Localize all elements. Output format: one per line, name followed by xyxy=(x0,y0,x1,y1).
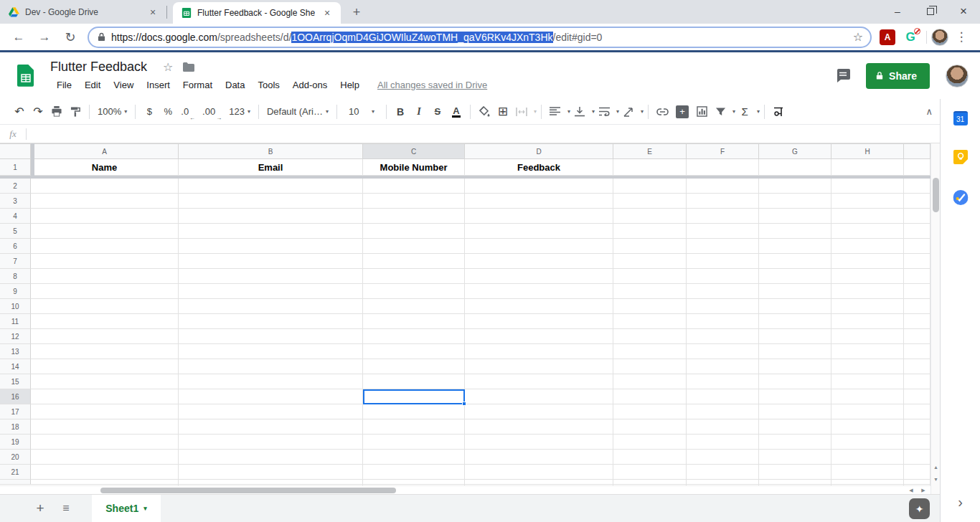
menu-data[interactable]: Data xyxy=(219,77,251,92)
vertical-scrollbar[interactable]: ▲ ▼ xyxy=(930,143,940,494)
cell-A1[interactable]: Name xyxy=(31,159,179,175)
row-header-5[interactable]: 5 xyxy=(0,224,31,239)
all-sheets-menu-icon[interactable]: ≡ xyxy=(56,498,76,518)
row-header-15[interactable]: 15 xyxy=(0,374,31,389)
tab-google-sheets-active[interactable]: Flutter Feedback - Google Sheets × xyxy=(173,2,341,24)
vertical-scrollbar-thumb[interactable] xyxy=(933,178,939,212)
bold-button[interactable]: B xyxy=(391,103,410,121)
row-header-4[interactable]: 4 xyxy=(0,209,31,224)
cell-G1[interactable] xyxy=(759,159,831,175)
grammarly-extension-icon[interactable]: G xyxy=(903,29,918,45)
collapse-toolbar-icon[interactable]: ∧ xyxy=(925,106,933,117)
select-all-corner[interactable] xyxy=(0,143,31,159)
fill-color-icon[interactable] xyxy=(475,103,494,121)
sheets-logo[interactable] xyxy=(17,65,34,87)
column-header-C[interactable]: C xyxy=(363,143,465,159)
number-format-select[interactable]: 123▾ xyxy=(225,103,254,121)
explore-button[interactable]: ✦ xyxy=(909,498,930,519)
horizontal-scrollbar-thumb[interactable] xyxy=(100,488,396,493)
row-header-9[interactable]: 9 xyxy=(0,284,31,299)
format-currency-button[interactable]: $ xyxy=(140,103,159,121)
menu-help[interactable]: Help xyxy=(334,77,366,92)
strikethrough-button[interactable]: S xyxy=(428,103,447,121)
menu-file[interactable]: File xyxy=(50,77,78,92)
window-minimize-button[interactable]: – xyxy=(881,0,914,23)
cell-x1[interactable] xyxy=(904,159,930,175)
row-header-20[interactable]: 20 xyxy=(0,450,31,465)
row-header-14[interactable]: 14 xyxy=(0,359,31,374)
column-header-H[interactable]: H xyxy=(831,143,904,159)
row-header-10[interactable]: 10 xyxy=(0,299,31,314)
redo-icon[interactable]: ↷ xyxy=(29,103,47,121)
selected-cell-outline[interactable] xyxy=(363,389,465,404)
row-header-17[interactable]: 17 xyxy=(0,404,31,419)
zoom-select[interactable]: 100%▾ xyxy=(94,103,131,121)
move-folder-icon[interactable] xyxy=(183,62,194,72)
undo-icon[interactable]: ↶ xyxy=(10,103,29,121)
freeze-column-handle[interactable] xyxy=(31,143,34,176)
row-header-18[interactable]: 18 xyxy=(0,419,31,435)
comment-history-icon[interactable] xyxy=(836,69,850,82)
sheet-tab-sheet1[interactable]: Sheet1 ▾ xyxy=(92,495,161,522)
account-avatar[interactable] xyxy=(946,65,969,87)
column-header-G[interactable]: G xyxy=(759,143,831,159)
chevron-down-icon[interactable]: ▾ xyxy=(641,108,644,115)
new-tab-button[interactable]: + xyxy=(347,2,367,22)
back-icon[interactable]: ← xyxy=(9,27,29,47)
decrease-decimal-button[interactable]: .0← xyxy=(177,103,199,121)
vertical-align-icon[interactable] xyxy=(570,103,589,121)
print-icon[interactable] xyxy=(47,103,66,121)
borders-icon[interactable]: ⊞ xyxy=(494,103,512,121)
tasks-icon[interactable] xyxy=(953,190,968,205)
italic-button[interactable]: I xyxy=(410,103,428,121)
keep-icon[interactable] xyxy=(953,150,968,164)
cell-H1[interactable] xyxy=(831,159,904,175)
window-restore-button[interactable] xyxy=(914,0,947,23)
font-family-select[interactable]: Default (Ari…▾ xyxy=(263,103,332,121)
address-bar[interactable]: https://docs.google.com/spreadsheets/d/1… xyxy=(88,27,872,48)
row-header-19[interactable]: 19 xyxy=(0,435,31,450)
text-wrap-icon[interactable] xyxy=(595,103,613,121)
column-header-D[interactable]: D xyxy=(465,143,613,159)
menu-view[interactable]: View xyxy=(107,77,140,92)
row-header-21[interactable]: 21 xyxy=(0,465,31,480)
row-header-6[interactable]: 6 xyxy=(0,239,31,254)
pdf-extension-icon[interactable]: A xyxy=(880,29,895,45)
sheet-tab-menu-icon[interactable]: ▾ xyxy=(143,505,147,512)
insert-link-icon[interactable] xyxy=(653,103,672,121)
cell-E1[interactable] xyxy=(613,159,687,175)
column-header-B[interactable]: B xyxy=(179,143,363,159)
add-sheet-icon[interactable]: + xyxy=(30,498,50,518)
row-header-22[interactable] xyxy=(0,480,31,485)
paint-format-icon[interactable] xyxy=(66,103,85,121)
column-header-E[interactable]: E xyxy=(613,143,687,159)
merge-dropdown-icon[interactable]: ▾ xyxy=(534,108,537,115)
font-size-select[interactable]: 10▾ xyxy=(341,103,382,121)
menu-addons[interactable]: Add-ons xyxy=(286,77,334,92)
cell-B1[interactable]: Email xyxy=(179,159,363,175)
insert-chart-icon[interactable] xyxy=(692,103,711,121)
text-color-button[interactable]: A xyxy=(447,103,466,121)
merge-cells-icon[interactable] xyxy=(512,103,531,121)
calendar-icon[interactable]: 31 xyxy=(953,111,968,125)
save-status-link[interactable]: All changes saved in Drive xyxy=(377,80,487,90)
refresh-icon[interactable]: ↻ xyxy=(60,27,80,47)
bookmark-star-icon[interactable]: ☆ xyxy=(853,30,863,44)
cell-C1[interactable]: Mobile Number xyxy=(363,159,465,175)
tab-close-icon[interactable]: × xyxy=(321,6,334,19)
share-button[interactable]: Share xyxy=(866,63,930,89)
row-header-2[interactable]: 2 xyxy=(0,179,31,194)
star-document-icon[interactable]: ☆ xyxy=(163,60,173,74)
window-close-button[interactable]: × xyxy=(947,0,980,23)
filter-icon[interactable] xyxy=(711,103,730,121)
increase-decimal-button[interactable]: .00→ xyxy=(199,103,225,121)
cell-F1[interactable] xyxy=(687,159,759,175)
column-header-F[interactable]: F xyxy=(687,143,759,159)
text-rotation-icon[interactable] xyxy=(619,103,638,121)
row-header-7[interactable]: 7 xyxy=(0,254,31,269)
document-title[interactable]: Flutter Feedback xyxy=(50,60,147,75)
row-header-16[interactable]: 16 xyxy=(0,389,31,404)
column-header-A[interactable]: A xyxy=(31,143,179,159)
row-header-8[interactable]: 8 xyxy=(0,269,31,284)
fill-handle[interactable] xyxy=(462,402,466,406)
